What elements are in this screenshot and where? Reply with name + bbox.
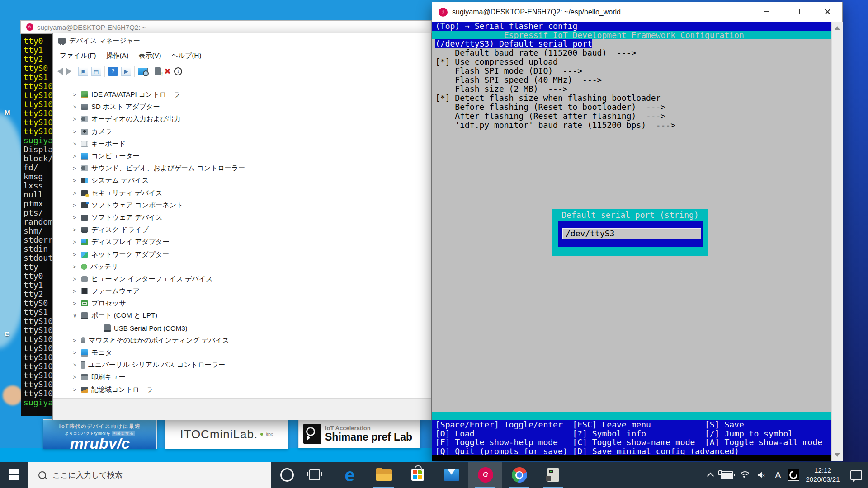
chevron-icon[interactable]: > — [73, 103, 81, 110]
close-icon[interactable] — [825, 9, 830, 14]
scroll-up-icon[interactable] — [835, 26, 840, 30]
menu-item[interactable]: 操作(A) — [101, 48, 134, 63]
scan-hardware-icon[interactable] — [138, 68, 148, 75]
menuconfig-content[interactable]: (Top) → Serial flasher config Espressif … — [432, 22, 831, 455]
menuconfig-item[interactable]: Flash SPI speed (40 MHz) ---> — [432, 75, 831, 84]
menuconfig-item[interactable]: [*] Detect flash size when flashing boot… — [432, 94, 831, 103]
left-terminal-titlebar[interactable]: sugiyama@DESKTOP-EN6H7Q2: ~ — [20, 20, 432, 34]
taskbar-store[interactable] — [401, 462, 434, 488]
chevron-icon[interactable]: > — [73, 153, 81, 160]
menu-item[interactable]: ファイル(F) — [55, 48, 101, 63]
taskbar-chrome[interactable] — [502, 462, 536, 488]
menuconfig-item[interactable]: [*] Use compressed upload — [432, 57, 831, 66]
chevron-icon[interactable]: > — [73, 116, 81, 122]
tree-row[interactable]: > ファームウェア — [53, 285, 431, 297]
tree-row[interactable]: > セキュリティ デバイス — [53, 187, 431, 199]
tree-row[interactable]: > IDE ATA/ATAPI コントローラー — [53, 89, 431, 101]
start-button[interactable] — [0, 462, 28, 488]
tree-row[interactable]: > バッテリ — [53, 261, 431, 273]
update-driver-icon[interactable] — [155, 67, 161, 75]
tree-row[interactable]: > ネットワーク アダプター — [53, 248, 431, 260]
tree-row[interactable]: USB Serial Port (COM3) — [53, 322, 431, 334]
menu-item[interactable]: ヘルプ(H) — [166, 48, 207, 63]
tree-row[interactable]: > システム デバイス — [53, 174, 431, 187]
chevron-icon[interactable]: ∨ — [73, 312, 81, 319]
device-manager-titlebar[interactable]: デバイス マネージャー — [53, 33, 431, 48]
taskbar-debian-terminal[interactable] — [468, 462, 502, 488]
tree-row[interactable]: > 記憶域コントローラー — [53, 384, 431, 396]
menuconfig-item[interactable]: Flash SPI mode (DIO) ---> — [432, 66, 831, 75]
scrollbar[interactable] — [831, 22, 843, 461]
tree-view-icon[interactable]: ▣ — [78, 67, 88, 76]
chevron-icon[interactable]: > — [73, 141, 81, 147]
ime-mode-letter[interactable]: A — [770, 462, 786, 488]
chevron-icon[interactable]: > — [73, 349, 81, 356]
menuconfig-titlebar[interactable]: sugiyama@DESKTOP-EN6H7Q2: ~/esp/hello_wo… — [432, 2, 842, 22]
chevron-icon[interactable]: > — [73, 374, 81, 380]
tree-row[interactable]: > キーボード — [53, 138, 431, 150]
taskbar-file-explorer[interactable] — [367, 462, 401, 488]
properties-icon[interactable]: ▤ — [91, 67, 101, 76]
volume-status[interactable]: × — [753, 462, 770, 488]
disable-device-icon[interactable]: ↓ — [174, 67, 182, 75]
tree-row[interactable]: > プロセッサ — [53, 297, 431, 310]
chevron-icon[interactable]: > — [73, 288, 81, 295]
task-view-button[interactable] — [303, 462, 326, 488]
action-center-button[interactable] — [844, 462, 868, 488]
chevron-icon[interactable]: > — [73, 190, 81, 197]
tree-row[interactable]: > サウンド、ビデオ、およびゲーム コントローラー — [53, 162, 431, 174]
tree-row[interactable]: > ユニバーサル シリアル バス コントローラー — [53, 359, 431, 371]
forward-icon[interactable] — [66, 68, 71, 75]
tree-row[interactable]: > SD ホスト アダプター — [53, 101, 431, 113]
chevron-icon[interactable]: > — [73, 276, 81, 282]
chevron-icon[interactable]: > — [73, 177, 81, 184]
chevron-icon[interactable]: > — [73, 361, 81, 368]
tray-overflow-button[interactable] — [703, 462, 718, 488]
menuconfig-item[interactable]: Default baud rate (115200 baud) ---> — [432, 48, 831, 57]
chevron-icon[interactable]: > — [73, 165, 81, 172]
chevron-icon[interactable]: > — [73, 128, 81, 135]
chevron-icon[interactable]: > — [73, 300, 81, 307]
chevron-icon[interactable]: > — [73, 214, 81, 221]
minimize-icon[interactable] — [764, 9, 769, 14]
uninstall-device-icon[interactable]: ✖ — [164, 67, 171, 75]
tree-row[interactable]: > ソフトウェア デバイス — [53, 211, 431, 224]
ime-mode-button[interactable] — [786, 462, 801, 488]
chevron-icon[interactable]: > — [73, 226, 81, 233]
network-status[interactable] — [736, 462, 753, 488]
chevron-icon[interactable]: > — [73, 91, 81, 98]
tree-row[interactable]: > オーディオの入力および出力 — [53, 113, 431, 125]
tree-row[interactable]: > ディスプレイ アダプター — [53, 236, 431, 248]
menuconfig-item[interactable]: Flash size (2 MB) ---> — [432, 84, 831, 94]
scroll-down-icon[interactable] — [835, 453, 840, 457]
menu-item[interactable]: 表示(V) — [134, 48, 166, 63]
tree-row[interactable]: > ヒューマン インターフェイス デバイス — [53, 273, 431, 285]
serial-port-input[interactable]: /dev/ttyS3 — [562, 228, 701, 239]
taskbar-device-manager[interactable] — [536, 462, 570, 488]
menuconfig-item[interactable]: 'idf.py monitor' baud rate (115200 bps) … — [432, 121, 831, 130]
tree-row[interactable]: > ソフトウェア コンポーネント — [53, 199, 431, 211]
tree-row[interactable]: > カメラ — [53, 126, 431, 138]
battery-status[interactable] — [718, 462, 736, 488]
tree-row[interactable]: > モニター — [53, 347, 431, 359]
taskbar-search[interactable]: ここに入力して検索 — [28, 462, 271, 488]
tree-row[interactable]: > ディスク ドライブ — [53, 224, 431, 236]
taskbar-mail[interactable] — [434, 462, 468, 488]
maximize-icon[interactable] — [794, 9, 800, 14]
menuconfig-item[interactable]: Before flashing (Reset to bootloader) --… — [432, 103, 831, 112]
chevron-icon[interactable]: > — [73, 386, 81, 393]
taskbar-clock[interactable]: 12:12 2020/03/21 — [801, 462, 844, 488]
chevron-icon[interactable]: > — [73, 202, 81, 209]
back-icon[interactable] — [57, 68, 63, 75]
device-list-icon[interactable]: ▶ — [121, 67, 131, 76]
tree-row[interactable]: > 印刷キュー — [53, 371, 431, 383]
menuconfig-item[interactable]: (/dev/ttyS3) Default serial port — [432, 39, 831, 48]
chevron-icon[interactable]: > — [73, 251, 81, 258]
chevron-icon[interactable]: > — [73, 263, 81, 270]
taskbar-edge[interactable]: e — [333, 462, 367, 488]
cortana-button[interactable] — [271, 462, 303, 488]
chevron-icon[interactable]: > — [73, 239, 81, 245]
menuconfig-item[interactable]: After flashing (Reset after flashing) --… — [432, 112, 831, 121]
tree-row[interactable]: > コンピューター — [53, 150, 431, 162]
help-icon[interactable]: ? — [108, 67, 118, 76]
